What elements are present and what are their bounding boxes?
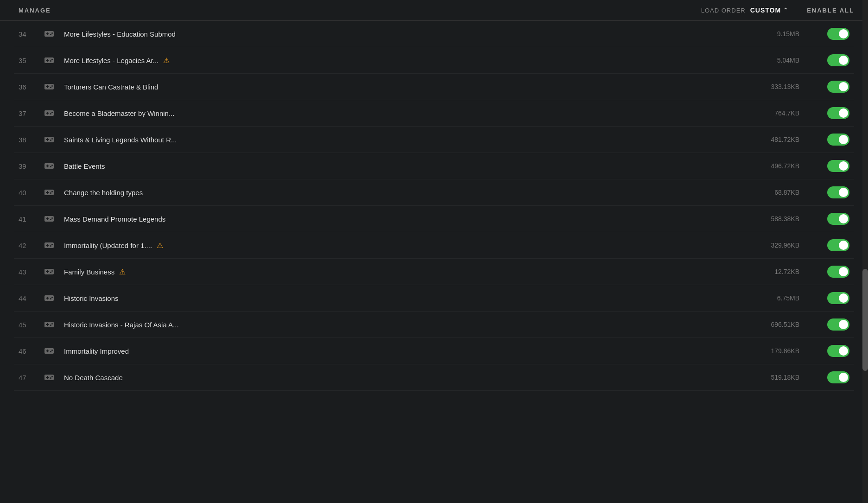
- mod-name: Family Business⚠: [64, 267, 725, 276]
- load-order-label: LOAD ORDER: [701, 7, 746, 14]
- header-right: LOAD ORDER CUSTOM ⌃ ENABLE ALL: [701, 6, 854, 14]
- mod-toggle[interactable]: [827, 28, 849, 40]
- mod-number: 47: [19, 374, 42, 382]
- chevron-icon: ⌃: [783, 7, 788, 13]
- mod-toggle[interactable]: [827, 107, 849, 119]
- mod-name: Immortality (Updated for 1....⚠: [64, 241, 725, 250]
- mod-size: 588.38KB: [725, 215, 799, 223]
- mod-size: 12.72KB: [725, 268, 799, 275]
- mod-number: 40: [19, 189, 42, 197]
- mod-file-icon: [42, 185, 57, 200]
- mod-name: No Death Cascade: [64, 374, 725, 382]
- mod-row[interactable]: 46 Immortality Improved179.86KB: [14, 338, 854, 364]
- enable-all-button[interactable]: ENABLE ALL: [807, 7, 854, 14]
- scrollbar[interactable]: [862, 0, 868, 503]
- mod-size: 496.72KB: [725, 162, 799, 170]
- mod-toggle[interactable]: [827, 213, 849, 225]
- mod-name: Become a Blademaster by Winnin...: [64, 109, 725, 117]
- mod-name: Saints & Living Legends Without R...: [64, 136, 725, 144]
- mod-number: 36: [19, 83, 42, 91]
- mod-toggle[interactable]: [827, 292, 849, 304]
- mod-number: 44: [19, 294, 42, 302]
- mod-file-icon: [42, 132, 57, 147]
- mod-size: 9.15MB: [725, 30, 799, 38]
- mod-file-icon: [42, 211, 57, 226]
- mod-number: 35: [19, 57, 42, 64]
- mod-name: More Lifestyles - Education Submod: [64, 30, 725, 38]
- mod-size: 179.86KB: [725, 347, 799, 355]
- mod-row[interactable]: 43 Family Business⚠12.72KB: [14, 259, 854, 285]
- mod-name: Battle Events: [64, 162, 725, 170]
- mod-size: 6.75MB: [725, 294, 799, 302]
- mod-size: 329.96KB: [725, 242, 799, 249]
- mod-name: Torturers Can Castrate & Blind: [64, 83, 725, 91]
- mod-file-icon: [42, 264, 57, 279]
- mod-toggle[interactable]: [827, 186, 849, 198]
- mod-file-icon: [42, 291, 57, 306]
- mod-number: 39: [19, 162, 42, 170]
- mod-number: 43: [19, 268, 42, 276]
- mod-toggle[interactable]: [827, 345, 849, 357]
- mod-size: 68.87KB: [725, 189, 799, 196]
- load-order-value[interactable]: CUSTOM ⌃: [750, 6, 788, 14]
- mod-size: 5.04MB: [725, 57, 799, 64]
- warning-icon: ⚠: [119, 267, 126, 276]
- mod-toggle[interactable]: [827, 371, 849, 383]
- mod-size: 696.51KB: [725, 321, 799, 328]
- mod-row[interactable]: 47 No Death Cascade519.18KB: [14, 364, 854, 391]
- mod-size: 519.18KB: [725, 374, 799, 381]
- header-bar: MANAGE LOAD ORDER CUSTOM ⌃ ENABLE ALL: [0, 0, 868, 21]
- mod-row[interactable]: 39 Battle Events496.72KB: [14, 153, 854, 179]
- mod-size: 481.72KB: [725, 136, 799, 143]
- mod-file-icon: [42, 53, 57, 68]
- mod-toggle[interactable]: [827, 318, 849, 331]
- mod-row[interactable]: 35 More Lifestyles - Legacies Ar...⚠5.04…: [14, 47, 854, 74]
- mod-toggle[interactable]: [827, 81, 849, 93]
- mod-number: 41: [19, 215, 42, 223]
- mod-name: Change the holding types: [64, 189, 725, 197]
- mod-name: Historic Invasions: [64, 294, 725, 302]
- mod-file-icon: [42, 238, 57, 253]
- manage-label: MANAGE: [19, 7, 51, 14]
- mod-toggle[interactable]: [827, 54, 849, 66]
- mod-row[interactable]: 44 Historic Invasions6.75MB: [14, 285, 854, 312]
- mod-row[interactable]: 41 Mass Demand Promote Legends588.38KB: [14, 206, 854, 232]
- mod-number: 37: [19, 109, 42, 117]
- mod-number: 45: [19, 321, 42, 329]
- mod-list: 34 More Lifestyles - Education Submod9.1…: [0, 21, 868, 391]
- mod-file-icon: [42, 159, 57, 173]
- mod-number: 46: [19, 347, 42, 355]
- mod-number: 42: [19, 242, 42, 249]
- mod-number: 34: [19, 30, 42, 38]
- mod-name: More Lifestyles - Legacies Ar...⚠: [64, 56, 725, 65]
- mod-row[interactable]: 42 Immortality (Updated for 1....⚠329.96…: [14, 232, 854, 259]
- mod-toggle[interactable]: [827, 160, 849, 172]
- mod-row[interactable]: 38 Saints & Living Legends Without R...4…: [14, 127, 854, 153]
- scrollbar-thumb[interactable]: [862, 269, 868, 371]
- mod-file-icon: [42, 317, 57, 332]
- mod-file-icon: [42, 79, 57, 94]
- load-order-section: LOAD ORDER CUSTOM ⌃: [701, 6, 788, 14]
- mod-size: 333.13KB: [725, 83, 799, 90]
- mod-row[interactable]: 37 Become a Blademaster by Winnin...764.…: [14, 100, 854, 127]
- mod-name: Immortality Improved: [64, 347, 725, 355]
- warning-icon: ⚠: [163, 56, 170, 65]
- mod-file-icon: [42, 106, 57, 121]
- mod-toggle[interactable]: [827, 239, 849, 251]
- mod-name: Historic Invasions - Rajas Of Asia A...: [64, 321, 725, 329]
- mod-row[interactable]: 34 More Lifestyles - Education Submod9.1…: [14, 21, 854, 47]
- mod-file-icon: [42, 344, 57, 358]
- mod-size: 764.7KB: [725, 109, 799, 117]
- mod-name: Mass Demand Promote Legends: [64, 215, 725, 223]
- mod-number: 38: [19, 136, 42, 144]
- mod-file-icon: [42, 370, 57, 385]
- mod-row[interactable]: 45 Historic Invasions - Rajas Of Asia A.…: [14, 312, 854, 338]
- warning-icon: ⚠: [157, 241, 163, 250]
- mod-toggle[interactable]: [827, 266, 849, 278]
- mod-row[interactable]: 36 Torturers Can Castrate & Blind333.13K…: [14, 74, 854, 100]
- mod-toggle[interactable]: [827, 134, 849, 146]
- mod-row[interactable]: 40 Change the holding types68.87KB: [14, 179, 854, 206]
- mod-file-icon: [42, 26, 57, 41]
